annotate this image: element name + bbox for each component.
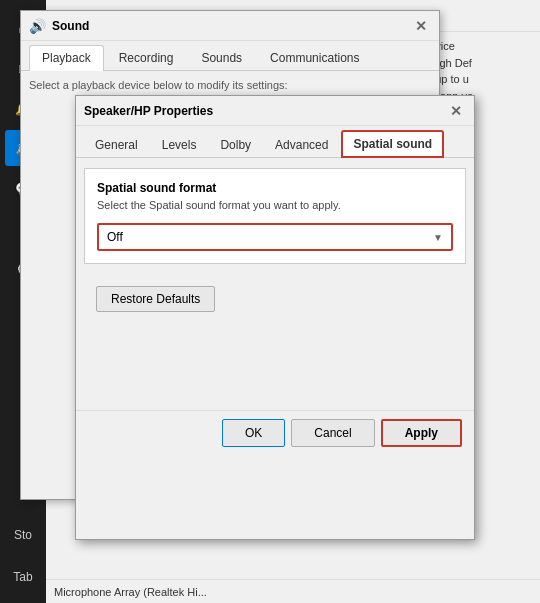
spatial-sound-dropdown-wrapper: Off Windows Sonic for Headphones Dolby A…: [97, 223, 453, 251]
tab-advanced-label: Advanced: [275, 138, 328, 152]
tab-recording[interactable]: Recording: [106, 45, 187, 70]
speaker-dialog-title: Speaker/HP Properties: [84, 104, 213, 118]
sound-content-text: Select a playback device below to modify…: [29, 79, 431, 91]
spatial-sound-section-desc: Select the Spatial sound format you want…: [97, 199, 453, 211]
spacer: [76, 322, 474, 402]
tab-general[interactable]: General: [84, 132, 149, 157]
tab-spatial-sound-label: Spatial sound: [353, 137, 432, 151]
bottom-bar: Microphone Array (Realtek Hi...: [46, 579, 540, 603]
tab-dolby-label: Dolby: [220, 138, 251, 152]
sound-dialog-title: Sound: [52, 19, 89, 33]
speaker-tabs: General Levels Dolby Advanced Spatial so…: [76, 126, 474, 158]
dialog-buttons: OK Cancel Apply: [76, 410, 474, 455]
tab-advanced[interactable]: Advanced: [264, 132, 339, 157]
tab-levels-label: Levels: [162, 138, 197, 152]
ok-button[interactable]: OK: [222, 419, 285, 447]
speaker-content-panel: Spatial sound format Select the Spatial …: [84, 168, 466, 264]
spatial-sound-dropdown[interactable]: Off Windows Sonic for Headphones Dolby A…: [99, 225, 451, 249]
spatial-sound-section-title: Spatial sound format: [97, 181, 453, 195]
tab-spatial-sound[interactable]: Spatial sound: [341, 130, 444, 158]
tab-dolby[interactable]: Dolby: [209, 132, 262, 157]
sound-dialog-close-button[interactable]: ✕: [411, 16, 431, 36]
restore-defaults-container: Restore Defaults: [76, 264, 474, 322]
restore-defaults-button[interactable]: Restore Defaults: [96, 286, 215, 312]
tab-communications-label: Communications: [270, 51, 359, 65]
tab-levels[interactable]: Levels: [151, 132, 208, 157]
tab-sounds-label: Sounds: [201, 51, 242, 65]
speaker-dialog-titlebar: Speaker/HP Properties ✕: [76, 96, 474, 126]
sound-dialog-tabs: Playback Recording Sounds Communications: [21, 41, 439, 71]
sound-dialog-titlebar: 🔊 Sound ✕: [21, 11, 439, 41]
tab-recording-label: Recording: [119, 51, 174, 65]
speaker-dialog-close-button[interactable]: ✕: [446, 101, 466, 121]
tab-general-label: General: [95, 138, 138, 152]
tab-playback-label: Playback: [42, 51, 91, 65]
bottom-bar-text: Microphone Array (Realtek Hi...: [54, 586, 207, 598]
cancel-button[interactable]: Cancel: [291, 419, 374, 447]
sound-dialog-icon: 🔊: [29, 18, 46, 34]
tab-sounds[interactable]: Sounds: [188, 45, 255, 70]
sidebar-storage-icon[interactable]: Sto: [5, 517, 41, 553]
tab-communications[interactable]: Communications: [257, 45, 372, 70]
sidebar-tablet-icon[interactable]: Tab: [5, 559, 41, 595]
apply-button[interactable]: Apply: [381, 419, 462, 447]
sound-dialog-title-left: 🔊 Sound: [29, 18, 89, 34]
tab-playback[interactable]: Playback: [29, 45, 104, 71]
speaker-dialog: Speaker/HP Properties ✕ General Levels D…: [75, 95, 475, 540]
